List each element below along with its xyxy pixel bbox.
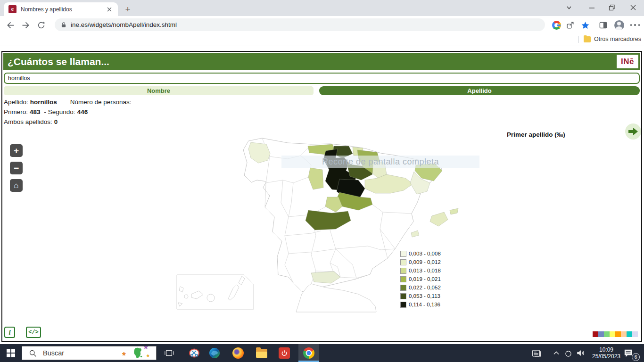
virus-art-icon: * <box>147 354 149 359</box>
legend-swatch <box>400 293 406 299</box>
legend-swatch <box>400 259 406 265</box>
widget-header: ¿Cuántos se llaman... INē <box>3 53 640 70</box>
firefox-button[interactable] <box>229 344 248 362</box>
taskbar-clock[interactable]: 10:09 25/05/2023 <box>587 344 625 362</box>
task-view-button[interactable] <box>160 344 179 362</box>
both-surnames-value: 0 <box>54 118 58 125</box>
palette-swatch[interactable] <box>627 331 632 337</box>
results-block: Apellido:hornillosNúmero de personas: Pr… <box>4 97 640 127</box>
power-app-button[interactable] <box>275 344 294 362</box>
chrome-icon <box>303 347 314 359</box>
legend-swatch <box>400 285 406 291</box>
tab-search-chevron-icon[interactable] <box>561 1 577 14</box>
map-home-button[interactable]: ⌂ <box>10 179 23 192</box>
canary-inset <box>177 275 254 309</box>
share-icon[interactable] <box>564 19 576 31</box>
window-minimize-button[interactable] <box>584 1 600 14</box>
edge-button[interactable] <box>205 344 224 362</box>
bookmarks-separator <box>578 36 579 43</box>
forward-icon[interactable] <box>19 19 32 31</box>
window-restore-button[interactable] <box>604 1 620 14</box>
tab-close-icon[interactable] <box>106 6 113 13</box>
taskbar-search-box[interactable]: Buscar * * * <box>22 346 157 360</box>
news-widget-button[interactable] <box>529 344 544 362</box>
arrow-right-icon <box>628 127 638 136</box>
virus-art-icon: * <box>122 353 126 358</box>
widget-tabs: Nombre Apellido <box>3 86 640 95</box>
chrome-button[interactable] <box>299 344 318 362</box>
legend-row: 0,114 - 0,136 <box>400 300 441 309</box>
menu-kebab-icon[interactable] <box>629 19 641 31</box>
browser-tab-strip: e Nombres y apellidos + <box>0 0 644 16</box>
window-close-button[interactable] <box>625 1 641 14</box>
edge-icon <box>209 347 220 359</box>
palette-swatch[interactable] <box>615 331 621 337</box>
firefox-icon <box>232 347 244 359</box>
people-count-label: Número de personas: <box>70 99 132 106</box>
second-surname-value: 446 <box>77 108 88 115</box>
folder-icon <box>584 36 591 42</box>
virus-art-icon: * <box>144 346 148 351</box>
new-tab-button[interactable]: + <box>122 3 134 16</box>
first-surname-label: Primero: <box>4 108 28 115</box>
legend-row: 0,022 - 0,052 <box>400 283 441 292</box>
folder-icon <box>256 349 267 358</box>
ine-favicon-icon: e <box>8 5 17 13</box>
screenshot-overlay-watermark: Recorte de pantalla completa <box>281 156 479 168</box>
legend-swatch <box>400 302 406 308</box>
bookmark-star-icon[interactable] <box>579 19 591 31</box>
both-surnames-label: Ambos apellidos: <box>4 118 52 125</box>
windows-logo-icon <box>7 349 15 357</box>
tab-apellido[interactable]: Apellido <box>319 86 640 95</box>
embed-code-button[interactable]: </> <box>26 327 41 338</box>
first-surname-value: 483 <box>30 108 41 115</box>
results-line-2: Primero:483 -Segundo:446 <box>4 107 640 117</box>
volume-icon[interactable] <box>573 344 587 362</box>
search-decoration-art: * * * <box>122 346 153 360</box>
color-palette-strip[interactable] <box>593 331 638 337</box>
legend-swatch <box>400 276 406 282</box>
metric-label: Primer apellido (‰) <box>507 131 565 138</box>
africa-coast <box>296 284 376 312</box>
tray-app-icon[interactable] <box>562 344 574 362</box>
palette-swatch[interactable] <box>621 331 627 337</box>
palette-swatch[interactable] <box>593 331 598 337</box>
address-bar[interactable]: ine.es/widgets/nombApell/index.shtml <box>55 18 545 31</box>
file-explorer-button[interactable] <box>252 344 271 362</box>
profile-avatar[interactable] <box>613 19 625 31</box>
windows-taskbar: Buscar * * * <box>0 344 644 362</box>
screen: e Nombres y apellidos + <box>0 0 644 362</box>
palette-swatch[interactable] <box>632 331 638 337</box>
notification-badge: 6 <box>632 353 640 361</box>
google-account-icon[interactable] <box>550 19 562 31</box>
other-bookmarks-button[interactable]: Otros marcadores <box>594 36 641 42</box>
browser-tab[interactable]: e Nombres y apellidos <box>4 2 118 16</box>
palette-swatch[interactable] <box>610 331 615 337</box>
next-metric-arrow-button[interactable] <box>625 123 641 140</box>
search-icon <box>29 349 37 357</box>
map-zoom-out-button[interactable]: − <box>10 162 23 174</box>
palette-swatch[interactable] <box>598 331 604 337</box>
surname-search-input[interactable] <box>4 73 640 84</box>
start-button[interactable] <box>0 344 22 362</box>
side-panel-icon[interactable] <box>597 19 609 31</box>
search-placeholder: Buscar <box>43 349 64 357</box>
legend-row: 0,003 - 0,008 <box>400 249 441 258</box>
surname-label: Apellido: <box>4 99 28 106</box>
separator-dash: - <box>44 108 46 115</box>
notification-center-button[interactable]: 6 <box>620 344 641 362</box>
map-zoom-in-button[interactable]: + <box>10 144 23 157</box>
tray-chevron-up-icon[interactable] <box>550 344 563 362</box>
info-button[interactable]: i <box>4 327 15 338</box>
scissors-icon <box>189 347 200 359</box>
tab-nombre[interactable]: Nombre <box>4 86 314 95</box>
second-surname-label: Segundo: <box>48 108 75 115</box>
lock-icon <box>60 21 67 29</box>
ine-logo: INē <box>617 55 638 68</box>
back-icon[interactable] <box>4 19 17 31</box>
snipping-tool-button[interactable] <box>185 344 204 362</box>
surname-value: hornillos <box>30 99 57 106</box>
reload-icon[interactable] <box>35 19 47 31</box>
palette-swatch[interactable] <box>604 331 610 337</box>
legend-swatch <box>400 268 406 274</box>
